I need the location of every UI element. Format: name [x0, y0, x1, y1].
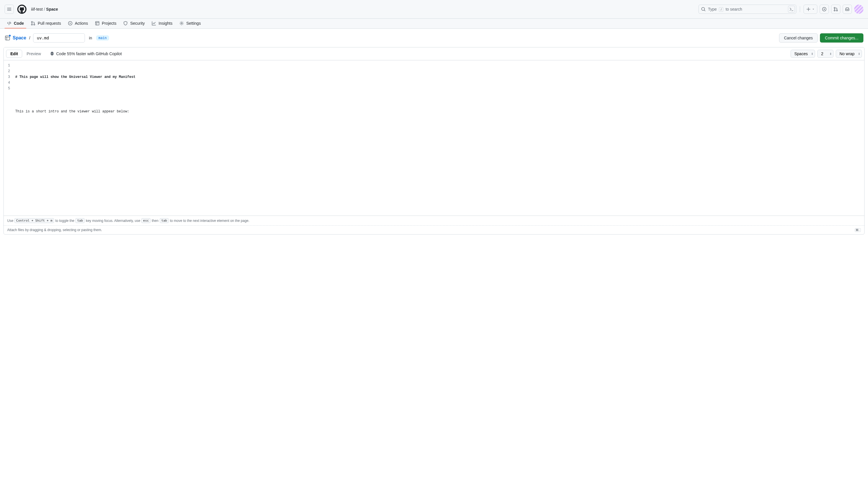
code-line	[15, 126, 864, 132]
toolbar-right: Spaces ⇕ 2 ⇕ No wrap ⇕	[790, 50, 862, 58]
svg-point-3	[834, 10, 835, 11]
breadcrumb: iiif-test / Space	[31, 7, 58, 11]
preview-tab[interactable]: Preview	[22, 50, 45, 58]
filename-input[interactable]	[33, 33, 85, 42]
command-palette-icon[interactable]	[788, 6, 795, 13]
search-bar[interactable]: Type / to search	[699, 5, 796, 14]
svg-point-6	[31, 24, 33, 25]
nav-actions[interactable]: Actions	[66, 19, 90, 29]
hamburger-menu-button[interactable]	[5, 5, 14, 14]
global-header: iiif-test / Space Type / to search	[0, 0, 868, 19]
code-line	[15, 143, 864, 149]
kbd-tab: tab	[75, 218, 85, 223]
svg-point-4	[836, 10, 837, 11]
file-header-actions: Cancel changes Commit changes...	[779, 33, 863, 42]
nav-projects[interactable]: Projects	[93, 19, 119, 29]
breadcrumb-owner[interactable]: iiif-test	[31, 7, 42, 11]
line-number: 3	[4, 74, 12, 80]
github-logo[interactable]	[17, 5, 27, 14]
line-number: 1	[4, 63, 12, 68]
breadcrumb-separator: /	[44, 7, 45, 11]
pull-request-icon	[31, 21, 35, 26]
nav-projects-label: Projects	[102, 21, 117, 26]
hamburger-icon	[7, 7, 11, 11]
commit-changes-button[interactable]: Commit changes...	[820, 33, 863, 42]
attach-hint[interactable]: Attach files by dragging & dropping, sel…	[4, 225, 864, 234]
wrap-mode-select[interactable]: No wrap	[836, 50, 862, 58]
kbd-toggle: Control + Shift + m	[14, 218, 54, 223]
file-header: Space / in main Cancel changes Commit ch…	[0, 29, 868, 47]
editor-toolbar: Edit Preview Code 55% faster with GitHub…	[4, 47, 864, 60]
cancel-changes-button[interactable]: Cancel changes	[779, 33, 818, 42]
nav-code-label: Code	[14, 21, 24, 26]
attach-hint-text: Attach files by dragging & dropping, sel…	[7, 228, 102, 232]
indent-size-select[interactable]: 2	[817, 50, 834, 58]
header-right: Type / to search	[699, 5, 863, 14]
copilot-icon	[50, 52, 54, 56]
edit-tab[interactable]: Edit	[6, 50, 22, 58]
svg-point-5	[31, 22, 33, 23]
kbd-tab: tab	[160, 218, 169, 223]
issues-button[interactable]	[820, 5, 829, 14]
pull-requests-button[interactable]	[831, 5, 840, 14]
path-separator: /	[29, 36, 30, 40]
nav-actions-label: Actions	[75, 21, 88, 26]
code-lines[interactable]: # This page will show the Universal View…	[15, 60, 864, 215]
repo-nav: Code Pull requests Actions Projects Secu…	[0, 19, 868, 29]
svg-point-7	[34, 24, 35, 25]
code-line: This is a short intro and the viewer wil…	[15, 109, 864, 114]
markdown-badge[interactable]: M↓	[855, 228, 861, 232]
branch-badge[interactable]: main	[96, 35, 109, 40]
nav-code[interactable]: Code	[5, 19, 26, 29]
nav-settings-label: Settings	[186, 21, 201, 26]
file-repo-link[interactable]: Space	[13, 35, 26, 40]
notifications-button[interactable]	[843, 5, 852, 14]
svg-point-10	[181, 23, 183, 24]
line-gutter: 1 2 3 4 5	[4, 60, 15, 215]
copilot-hint-text: Code 55% faster with GitHub Copilot	[56, 52, 122, 56]
in-label: in	[89, 36, 92, 40]
shield-icon	[123, 21, 128, 26]
nav-pull-requests[interactable]: Pull requests	[29, 19, 63, 29]
issue-icon	[822, 7, 827, 11]
code-icon	[7, 21, 11, 26]
svg-point-1	[824, 9, 825, 10]
caret-down-icon	[812, 8, 815, 11]
gear-icon	[179, 21, 184, 26]
play-icon	[68, 21, 72, 26]
user-avatar[interactable]	[854, 5, 863, 14]
line-number: 2	[4, 68, 12, 74]
nav-security-label: Security	[130, 21, 145, 26]
nav-insights-label: Insights	[159, 21, 173, 26]
editor-tabs: Edit Preview	[6, 50, 45, 58]
search-placeholder: Type / to search	[708, 7, 794, 11]
table-icon	[95, 21, 100, 26]
indent-mode-select[interactable]: Spaces	[790, 50, 815, 58]
file-icon-wrap	[5, 35, 10, 41]
kbd-esc: esc	[141, 218, 151, 223]
breadcrumb-repo[interactable]: Space	[46, 7, 58, 11]
editor-container: Edit Preview Code 55% faster with GitHub…	[3, 47, 865, 235]
nav-settings[interactable]: Settings	[177, 19, 203, 29]
code-line	[15, 92, 864, 97]
svg-point-2	[834, 7, 835, 9]
create-new-button[interactable]	[804, 5, 817, 14]
code-line: # This page will show the Universal View…	[15, 74, 864, 80]
svg-rect-9	[96, 22, 99, 25]
nav-insights[interactable]: Insights	[149, 19, 175, 29]
nav-pr-label: Pull requests	[38, 21, 61, 26]
copilot-hint[interactable]: Code 55% faster with GitHub Copilot	[50, 52, 122, 56]
pull-request-icon	[834, 7, 838, 11]
keyboard-hint: Use Control + Shift + m to toggle the ta…	[4, 215, 864, 225]
line-number: 4	[4, 80, 12, 85]
unsaved-dot-icon	[9, 34, 11, 37]
plus-icon	[806, 7, 811, 11]
graph-icon	[152, 21, 156, 26]
inbox-icon	[845, 7, 849, 11]
nav-security[interactable]: Security	[121, 19, 147, 29]
search-icon	[701, 7, 706, 11]
line-number: 5	[4, 85, 12, 92]
github-logo-icon	[19, 6, 25, 13]
code-editor[interactable]: 1 2 3 4 5 # This page will show the Univ…	[4, 60, 864, 215]
